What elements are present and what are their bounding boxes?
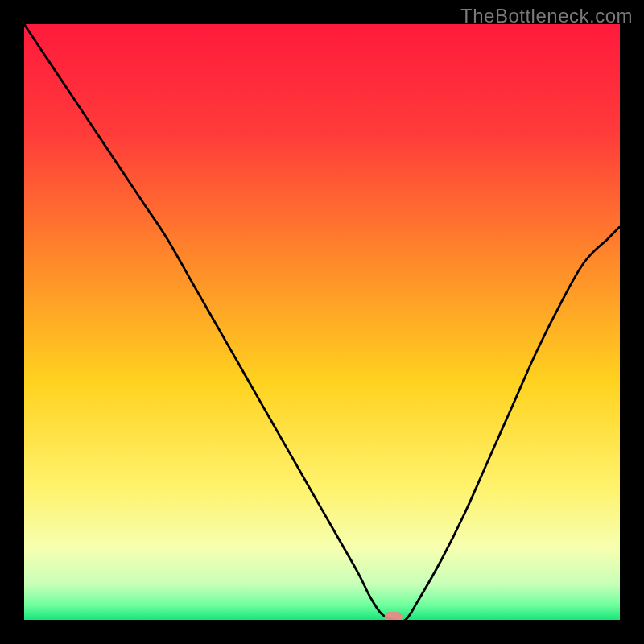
chart-svg [24, 24, 620, 620]
gradient-background [24, 24, 620, 620]
optimal-marker [385, 612, 402, 620]
plot-area [24, 24, 620, 620]
chart-container: TheBottleneck.com [0, 0, 644, 644]
watermark-label: TheBottleneck.com [460, 5, 633, 27]
